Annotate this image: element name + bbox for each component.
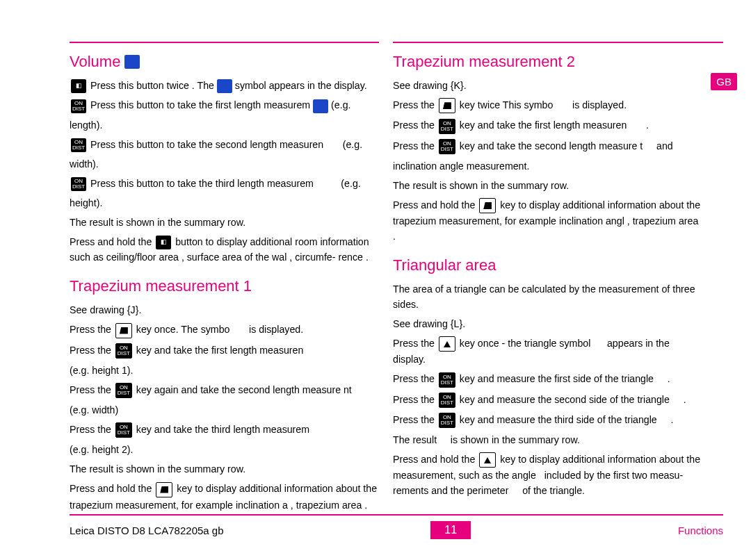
volume-result: The result is shown in the summary row. — [70, 215, 379, 230]
volume-line3: ONDIST Press this button to take the sec… — [70, 137, 379, 152]
trap1-hold: Press and hold the key to display additi… — [70, 481, 379, 512]
dist-key-icon: ONDIST — [115, 383, 132, 398]
dist-key-icon: ONDIST — [439, 139, 455, 154]
trap2-p3-tail: inclination angle measurement. — [393, 158, 702, 174]
dist-key-icon: ONDIST — [71, 99, 86, 113]
heading-volume: Volume — [70, 53, 379, 71]
trap2-p1: Press the key twice This symbo is displa… — [393, 97, 702, 113]
volume-line3-tail: width). — [70, 156, 379, 172]
volume-line4: ONDIST Press this button to take the thi… — [70, 176, 379, 191]
trap1-p4: Press the ONDIST key and take the third … — [70, 422, 379, 438]
tri-p4: Press the ONDIST key and measure the thi… — [393, 412, 702, 428]
trap1-p3: Press the ONDIST key again and take the … — [70, 382, 379, 398]
trap2-see: See drawing {K}. — [393, 78, 702, 93]
volume-line2: ONDIST Press this button to take the fir… — [70, 97, 379, 113]
trap1-p2: Press the ONDIST key and take the first … — [70, 343, 379, 359]
trap2-hold: Press and hold the key to display additi… — [393, 197, 702, 244]
language-tab: GB — [711, 73, 737, 90]
tri-p3: Press the ONDIST key and measure the sec… — [393, 392, 702, 408]
content-columns: Volume ◧ Press this button twice . The s… — [70, 42, 723, 514]
cube-key-icon: ◧ — [156, 236, 171, 249]
display-icon — [313, 99, 328, 113]
dist-key-icon: ONDIST — [115, 343, 132, 359]
heading-trap2: Trapezium measurement 2 — [393, 53, 702, 71]
tri-p2: Press the ONDIST key and measure the fir… — [393, 371, 702, 387]
triangle-key-icon — [439, 336, 455, 352]
dist-key-icon: ONDIST — [439, 393, 455, 408]
tri-p1: Press the key once - the triangle symbol… — [393, 336, 702, 367]
volume-line1: ◧ Press this button twice . The symbol a… — [70, 78, 379, 93]
tri-result: The result is shown in the summary row. — [393, 432, 702, 447]
volume-hold: Press and hold the ◧ button to display a… — [70, 234, 379, 265]
trap2-result: The result is shown in the summary row. — [393, 178, 702, 193]
cube-key-icon: ◧ — [71, 79, 86, 93]
heading-trap1: Trapezium measurement 1 — [70, 277, 379, 295]
trap-key-icon — [156, 482, 172, 497]
dist-key-icon: ONDIST — [71, 138, 86, 152]
tri-see: See drawing {L}. — [393, 316, 702, 331]
left-column: Volume ◧ Press this button twice . The s… — [70, 42, 379, 514]
trap1-p1: Press the key once. The symbo is display… — [70, 322, 379, 338]
trap2-p3: Press the ONDIST key and take the second… — [393, 138, 702, 154]
trap1-result: The result is shown in the summary row. — [70, 461, 379, 477]
tri-hold: Press and hold the key to display additi… — [393, 452, 702, 498]
trap1-p4-tail: (e.g. height 2). — [70, 442, 379, 457]
trap-key-icon — [115, 323, 132, 338]
trap1-see: See drawing {J}. — [70, 302, 379, 318]
dist-key-icon: ONDIST — [71, 177, 86, 191]
triangle-key-icon — [479, 452, 496, 468]
dist-key-icon: ONDIST — [439, 372, 455, 388]
heading-volume-text: Volume — [70, 53, 120, 71]
right-column: Trapezium measurement 2 See drawing {K}.… — [393, 42, 723, 514]
footer-left: Leica DISTO D8 LCA782205a gb — [70, 525, 224, 536]
volume-line4-tail: height). — [70, 195, 379, 211]
trap-key-icon — [439, 98, 455, 113]
page-number: 11 — [430, 521, 471, 539]
volume-line2-tail: length). — [70, 117, 379, 133]
display-icon — [124, 55, 140, 69]
dist-key-icon: ONDIST — [439, 413, 455, 428]
manual-page: GB Volume ◧ Press this button twice . Th… — [0, 0, 751, 560]
dist-key-icon: ONDIST — [115, 422, 132, 438]
trap-key-icon — [479, 198, 496, 213]
trap1-p2-tail: (e.g. height 1). — [70, 363, 379, 378]
page-footer: Leica DISTO D8 LCA782205a gb 11 Function… — [70, 514, 723, 539]
heading-triangular: Triangular area — [393, 256, 702, 274]
trap2-p2: Press the ONDIST key and take the first … — [393, 117, 702, 133]
tri-intro: The area of a triangle can be calculated… — [393, 281, 702, 312]
footer-section: Functions — [678, 525, 723, 536]
dist-key-icon: ONDIST — [439, 119, 455, 134]
display-icon — [217, 79, 232, 93]
trap1-p3-tail: (e.g. width) — [70, 402, 379, 418]
